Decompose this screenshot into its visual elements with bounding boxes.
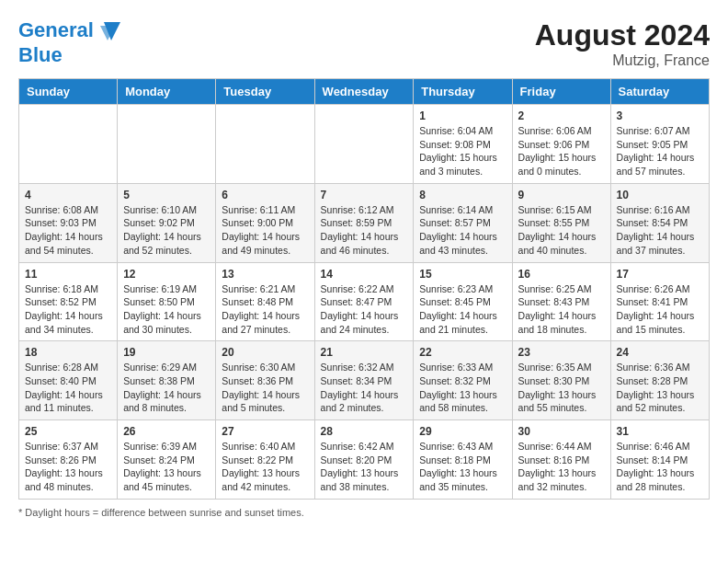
day-number: 3 [617,109,703,122]
calendar-cell: 24Sunrise: 6:36 AM Sunset: 8:28 PM Dayli… [610,341,709,420]
day-info: Sunrise: 6:22 AM Sunset: 8:47 PM Dayligh… [321,282,408,337]
day-info: Sunrise: 6:32 AM Sunset: 8:34 PM Dayligh… [321,361,408,415]
weekday-header: Wednesday [314,79,414,105]
day-number: 24 [617,346,703,359]
day-number: 22 [419,346,506,359]
calendar-week-row: 1Sunrise: 6:04 AM Sunset: 9:08 PM Daylig… [19,105,710,184]
day-info: Sunrise: 6:44 AM Sunset: 8:16 PM Dayligh… [518,440,605,494]
calendar-cell: 12Sunrise: 6:19 AM Sunset: 8:50 PM Dayli… [118,262,216,341]
calendar-cell [314,105,414,184]
day-number: 8 [419,189,506,201]
day-info: Sunrise: 6:21 AM Sunset: 8:48 PM Dayligh… [222,282,308,337]
title-area: August 2024 Mutzig, France [535,18,710,69]
calendar-cell: 11Sunrise: 6:18 AM Sunset: 8:52 PM Dayli… [19,262,118,341]
calendar-cell: 13Sunrise: 6:21 AM Sunset: 8:48 PM Dayli… [216,262,314,341]
calendar-cell: 4Sunrise: 6:08 AM Sunset: 9:03 PM Daylig… [19,183,118,262]
calendar-cell: 15Sunrise: 6:23 AM Sunset: 8:45 PM Dayli… [414,262,512,341]
logo: General Blue [18,18,123,66]
day-info: Sunrise: 6:23 AM Sunset: 8:45 PM Dayligh… [419,282,506,337]
logo-text: General [18,18,123,44]
calendar-body: 1Sunrise: 6:04 AM Sunset: 9:08 PM Daylig… [19,105,710,500]
day-number: 23 [518,346,605,359]
footer-note: * Daylight hours = difference between su… [18,507,710,518]
day-number: 17 [617,268,703,281]
day-info: Sunrise: 6:30 AM Sunset: 8:36 PM Dayligh… [222,361,308,415]
calendar-cell: 20Sunrise: 6:30 AM Sunset: 8:36 PM Dayli… [216,341,314,420]
day-number: 12 [123,268,210,281]
day-number: 4 [25,189,111,201]
location: Mutzig, France [535,52,710,69]
calendar-week-row: 25Sunrise: 6:37 AM Sunset: 8:26 PM Dayli… [19,420,710,500]
day-info: Sunrise: 6:14 AM Sunset: 8:57 PM Dayligh… [419,203,506,258]
calendar-cell: 8Sunrise: 6:14 AM Sunset: 8:57 PM Daylig… [414,183,512,262]
day-info: Sunrise: 6:12 AM Sunset: 8:59 PM Dayligh… [321,203,408,258]
calendar-cell: 17Sunrise: 6:26 AM Sunset: 8:41 PM Dayli… [610,262,709,341]
calendar-cell: 16Sunrise: 6:25 AM Sunset: 8:43 PM Dayli… [512,262,610,341]
day-number: 11 [25,268,111,281]
weekday-header: Thursday [414,79,512,105]
calendar-cell: 19Sunrise: 6:29 AM Sunset: 8:38 PM Dayli… [118,341,216,420]
day-info: Sunrise: 6:43 AM Sunset: 8:18 PM Dayligh… [419,440,506,494]
calendar-cell: 26Sunrise: 6:39 AM Sunset: 8:24 PM Dayli… [118,420,216,500]
weekday-header: Tuesday [216,79,314,105]
day-info: Sunrise: 6:10 AM Sunset: 9:02 PM Dayligh… [123,203,210,258]
day-info: Sunrise: 6:36 AM Sunset: 8:28 PM Dayligh… [617,361,703,415]
month-year: August 2024 [535,18,710,52]
day-info: Sunrise: 6:33 AM Sunset: 8:32 PM Dayligh… [419,361,506,415]
day-number: 15 [419,268,506,281]
weekday-header: Friday [512,79,610,105]
calendar-cell: 10Sunrise: 6:16 AM Sunset: 8:54 PM Dayli… [610,183,709,262]
calendar-cell: 30Sunrise: 6:44 AM Sunset: 8:16 PM Dayli… [512,420,610,500]
day-info: Sunrise: 6:07 AM Sunset: 9:05 PM Dayligh… [617,124,703,178]
calendar-cell: 7Sunrise: 6:12 AM Sunset: 8:59 PM Daylig… [314,183,414,262]
day-number: 2 [518,109,605,122]
calendar-cell: 27Sunrise: 6:40 AM Sunset: 8:22 PM Dayli… [216,420,314,500]
day-info: Sunrise: 6:35 AM Sunset: 8:30 PM Dayligh… [518,361,605,415]
calendar-cell [216,105,314,184]
calendar-cell: 25Sunrise: 6:37 AM Sunset: 8:26 PM Dayli… [19,420,118,500]
day-number: 26 [123,425,210,438]
weekday-header: Monday [118,79,216,105]
day-info: Sunrise: 6:42 AM Sunset: 8:20 PM Dayligh… [321,440,408,494]
calendar-table: SundayMondayTuesdayWednesdayThursdayFrid… [18,78,710,500]
calendar-cell: 29Sunrise: 6:43 AM Sunset: 8:18 PM Dayli… [414,420,512,500]
day-number: 1 [419,109,506,122]
day-info: Sunrise: 6:08 AM Sunset: 9:03 PM Dayligh… [25,203,111,258]
day-number: 9 [518,189,605,201]
calendar-cell: 21Sunrise: 6:32 AM Sunset: 8:34 PM Dayli… [314,341,414,420]
day-number: 30 [518,425,605,438]
day-info: Sunrise: 6:15 AM Sunset: 8:55 PM Dayligh… [518,203,605,258]
day-number: 27 [222,425,308,438]
page-header: General Blue August 2024 Mutzig, France [18,18,710,69]
day-number: 21 [321,346,408,359]
calendar-week-row: 18Sunrise: 6:28 AM Sunset: 8:40 PM Dayli… [19,341,710,420]
logo-blue: Blue [18,44,123,66]
day-number: 20 [222,346,308,359]
day-info: Sunrise: 6:04 AM Sunset: 9:08 PM Dayligh… [419,124,506,178]
day-number: 28 [321,425,408,438]
weekday-header: Sunday [19,79,118,105]
day-number: 16 [518,268,605,281]
calendar-week-row: 4Sunrise: 6:08 AM Sunset: 9:03 PM Daylig… [19,183,710,262]
day-info: Sunrise: 6:39 AM Sunset: 8:24 PM Dayligh… [123,440,210,494]
day-info: Sunrise: 6:19 AM Sunset: 8:50 PM Dayligh… [123,282,210,337]
day-info: Sunrise: 6:28 AM Sunset: 8:40 PM Dayligh… [25,361,111,415]
day-number: 19 [123,346,210,359]
calendar-cell: 5Sunrise: 6:10 AM Sunset: 9:02 PM Daylig… [118,183,216,262]
calendar-cell: 18Sunrise: 6:28 AM Sunset: 8:40 PM Dayli… [19,341,118,420]
day-info: Sunrise: 6:11 AM Sunset: 9:00 PM Dayligh… [222,203,308,258]
calendar-cell: 31Sunrise: 6:46 AM Sunset: 8:14 PM Dayli… [610,420,709,500]
day-number: 13 [222,268,308,281]
day-info: Sunrise: 6:25 AM Sunset: 8:43 PM Dayligh… [518,282,605,337]
day-number: 31 [617,425,703,438]
day-number: 29 [419,425,506,438]
day-number: 18 [25,346,111,359]
day-info: Sunrise: 6:26 AM Sunset: 8:41 PM Dayligh… [617,282,703,337]
calendar-cell: 14Sunrise: 6:22 AM Sunset: 8:47 PM Dayli… [314,262,414,341]
day-info: Sunrise: 6:18 AM Sunset: 8:52 PM Dayligh… [25,282,111,337]
calendar-cell: 28Sunrise: 6:42 AM Sunset: 8:20 PM Dayli… [314,420,414,500]
day-info: Sunrise: 6:46 AM Sunset: 8:14 PM Dayligh… [617,440,703,494]
calendar-header-row: SundayMondayTuesdayWednesdayThursdayFrid… [19,79,710,105]
day-number: 14 [321,268,408,281]
calendar-cell [118,105,216,184]
